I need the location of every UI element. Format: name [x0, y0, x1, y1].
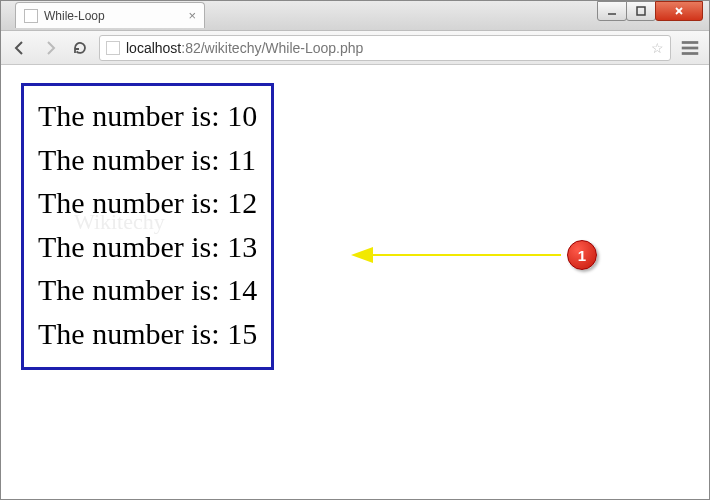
url-host: localhost:82/wikitechy/While-Loop.php: [126, 40, 363, 56]
maximize-button[interactable]: [626, 1, 656, 21]
browser-tab[interactable]: While-Loop ×: [15, 2, 205, 28]
arrow-head-icon: [351, 247, 373, 263]
callout-annotation: 1: [371, 240, 597, 270]
bookmark-star-icon[interactable]: ☆: [651, 40, 664, 56]
address-bar[interactable]: localhost:82/wikitechy/While-Loop.php ☆: [99, 35, 671, 61]
output-line: The number is: 14: [38, 268, 257, 312]
reload-button[interactable]: [69, 37, 91, 59]
callout-badge: 1: [567, 240, 597, 270]
page-content: Wikitechy The number is: 10 The number i…: [1, 65, 709, 500]
close-window-button[interactable]: [655, 1, 703, 21]
output-line: The number is: 11: [38, 138, 257, 182]
window-controls: [598, 1, 703, 21]
tab-strip: While-Loop ×: [15, 2, 205, 28]
output-line: The number is: 15: [38, 312, 257, 356]
window-top-row: While-Loop ×: [1, 1, 709, 31]
output-line: The number is: 10: [38, 94, 257, 138]
arrow-line: [371, 254, 561, 256]
page-favicon: [24, 9, 38, 23]
page-icon: [106, 41, 120, 55]
output-line: The number is: 12: [38, 181, 257, 225]
chrome-menu-button[interactable]: [679, 37, 701, 59]
svg-rect-1: [637, 7, 645, 15]
forward-button[interactable]: [39, 37, 61, 59]
close-tab-icon[interactable]: ×: [188, 8, 196, 23]
output-line: The number is: 13: [38, 225, 257, 269]
minimize-button[interactable]: [597, 1, 627, 21]
tab-title: While-Loop: [44, 9, 182, 23]
browser-toolbar: localhost:82/wikitechy/While-Loop.php ☆: [1, 31, 709, 65]
back-button[interactable]: [9, 37, 31, 59]
php-output-box: Wikitechy The number is: 10 The number i…: [21, 83, 274, 370]
